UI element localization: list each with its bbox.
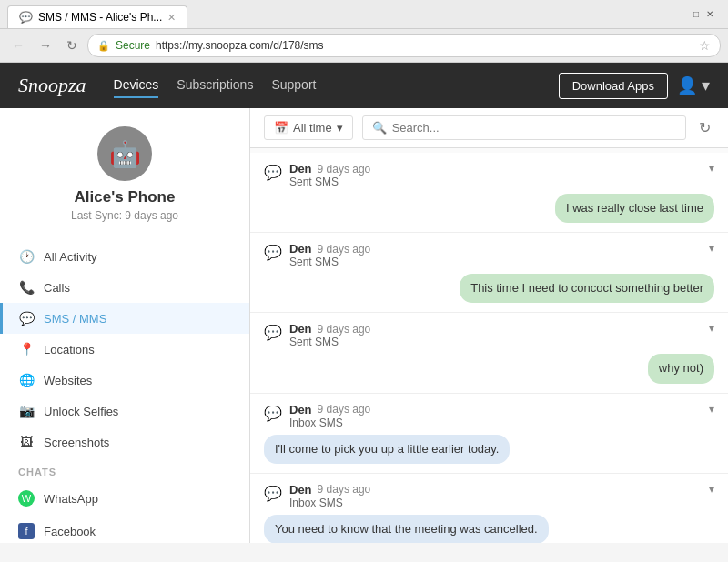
message-type-icon: 💬: [264, 485, 282, 502]
filter-button[interactable]: 📅 All time ▾: [264, 115, 353, 140]
logo: Snoopza: [18, 74, 86, 97]
sidebar-item-label: Unlock Selfies: [44, 405, 118, 418]
sidebar-item-whatsapp[interactable]: W WhatsApp: [0, 482, 249, 515]
nav-links: Devices Subscriptions Support: [114, 73, 317, 98]
minimize-button[interactable]: —: [677, 9, 686, 19]
nav-support[interactable]: Support: [271, 73, 316, 98]
message-time: 9 days ago: [318, 323, 371, 336]
calendar-icon: 📅: [274, 121, 288, 135]
message-meta: Den 9 days ago Inbox SMS: [289, 483, 702, 509]
bubble-row: This time I need to concoct something be…: [264, 274, 714, 303]
message-list: 💬 Den 9 days ago Sent SMS ▾ I was really…: [250, 148, 728, 543]
close-button[interactable]: ✕: [706, 9, 713, 19]
sidebar-item-facebook[interactable]: f Facebook: [0, 515, 249, 543]
sidebar-item-all-activity[interactable]: 🕐 All Activity: [0, 241, 249, 272]
facebook-icon: f: [18, 523, 35, 539]
bubble-row: I was really close last time: [264, 194, 714, 223]
chats-section-header: CHATS: [0, 457, 249, 482]
message-bubble: I was really close last time: [555, 194, 714, 223]
nav-subscriptions[interactable]: Subscriptions: [177, 73, 253, 98]
main-layout: 🤖 Alice's Phone Last Sync: 9 days ago 🕐 …: [0, 108, 728, 543]
forward-button[interactable]: →: [35, 36, 56, 55]
message-item: 💬 Den 9 days ago Sent SMS ▾ This time I …: [250, 233, 728, 313]
sidebar-item-screenshots[interactable]: 🖼 Screenshots: [0, 427, 249, 457]
nav-devices[interactable]: Devices: [114, 73, 159, 98]
message-dropdown-button[interactable]: ▾: [709, 162, 714, 175]
url-text: https://my.snoopza.com/d/178/sms: [156, 39, 324, 52]
message-header: 💬 Den 9 days ago Sent SMS ▾: [264, 322, 714, 348]
message-item: 💬 Den 9 days ago Inbox SMS ▾ I'll come t…: [250, 394, 728, 474]
address-bar: ← → ↻ 🔒 Secure https://my.snoopza.com/d/…: [0, 28, 728, 62]
message-item: 💬 Den 9 days ago Inbox SMS ▾ You need to…: [250, 474, 728, 543]
message-type: Sent SMS: [289, 256, 702, 268]
message-sender: Den: [289, 483, 312, 497]
message-item: 💬 Den 9 days ago Sent SMS ▾ I was really…: [250, 153, 728, 233]
download-apps-button[interactable]: Download Apps: [559, 73, 668, 99]
sidebar-item-unlock-selfies[interactable]: 📷 Unlock Selfies: [0, 396, 249, 427]
content-toolbar: 📅 All time ▾ 🔍 ↻: [250, 108, 728, 148]
refresh-nav-button[interactable]: ↻: [62, 36, 82, 55]
message-type-icon: 💬: [264, 405, 282, 422]
sidebar-item-websites[interactable]: 🌐 Websites: [0, 365, 249, 396]
message-dropdown-button[interactable]: ▾: [709, 322, 714, 335]
camera-icon: 📷: [18, 404, 35, 418]
message-type: Inbox SMS: [289, 497, 702, 509]
sidebar-item-locations[interactable]: 📍 Locations: [0, 334, 249, 365]
sidebar-item-label: WhatsApp: [44, 492, 98, 506]
sms-icon: 💬: [18, 311, 35, 326]
sidebar: 🤖 Alice's Phone Last Sync: 9 days ago 🕐 …: [0, 108, 250, 543]
refresh-button[interactable]: ↻: [695, 115, 714, 140]
search-input[interactable]: [392, 121, 676, 135]
sidebar-profile: 🤖 Alice's Phone Last Sync: 9 days ago: [0, 108, 249, 236]
message-meta: Den 9 days ago Inbox SMS: [289, 403, 702, 429]
filter-label: All time: [293, 121, 332, 135]
location-icon: 📍: [18, 342, 35, 356]
sidebar-item-label: Facebook: [44, 525, 96, 538]
message-sender: Den: [289, 322, 312, 336]
message-item: 💬 Den 9 days ago Sent SMS ▾ why not): [250, 313, 728, 393]
bubble-row: I'll come to pick you up a little earlie…: [264, 435, 714, 464]
message-bubble: This time I need to concoct something be…: [460, 274, 714, 303]
avatar-icon: 🤖: [109, 139, 141, 169]
avatar: 🤖: [97, 126, 152, 181]
message-time: 9 days ago: [318, 163, 371, 176]
browser-chrome: 💬 SMS / MMS - Alice's Ph... ✕ — □ ✕ ← → …: [0, 0, 728, 63]
message-header: 💬 Den 9 days ago Inbox SMS ▾: [264, 403, 714, 429]
message-time: 9 days ago: [318, 243, 371, 256]
message-dropdown-button[interactable]: ▾: [709, 483, 714, 496]
sidebar-item-label: SMS / MMS: [44, 312, 106, 326]
url-bar[interactable]: 🔒 Secure https://my.snoopza.com/d/178/sm…: [87, 34, 721, 57]
back-button[interactable]: ←: [7, 36, 29, 55]
profile-name: Alice's Phone: [9, 188, 240, 206]
tab-title: SMS / MMS - Alice's Ph...: [38, 11, 162, 24]
whatsapp-icon: W: [18, 490, 35, 507]
sidebar-item-label: Calls: [44, 281, 70, 295]
bookmark-icon[interactable]: ☆: [699, 38, 711, 53]
message-meta: Den 9 days ago Sent SMS: [289, 162, 702, 188]
bubble-row: why not): [264, 354, 714, 383]
active-tab[interactable]: 💬 SMS / MMS - Alice's Ph... ✕: [7, 5, 187, 28]
sidebar-item-label: Websites: [44, 374, 92, 387]
window-controls: — □ ✕: [677, 9, 721, 25]
message-sender: Den: [289, 242, 312, 256]
message-type: Inbox SMS: [289, 416, 702, 429]
message-time: 9 days ago: [318, 483, 371, 496]
navbar: Snoopza Devices Subscriptions Support Do…: [0, 63, 728, 108]
tab-icon: 💬: [19, 11, 33, 24]
message-sender: Den: [289, 162, 312, 176]
sidebar-item-label: All Activity: [44, 250, 97, 264]
sidebar-item-calls[interactable]: 📞 Calls: [0, 272, 249, 303]
maximize-button[interactable]: □: [693, 9, 699, 19]
message-header: 💬 Den 9 days ago Sent SMS ▾: [264, 162, 714, 188]
message-dropdown-button[interactable]: ▾: [709, 242, 714, 255]
message-dropdown-button[interactable]: ▾: [709, 403, 714, 416]
message-type-icon: 💬: [264, 164, 282, 181]
user-menu-button[interactable]: 👤 ▾: [677, 75, 710, 95]
message-meta: Den 9 days ago Sent SMS: [289, 322, 702, 348]
tab-close-button[interactable]: ✕: [167, 12, 176, 24]
secure-label: Secure: [116, 39, 150, 52]
search-icon: 🔍: [372, 121, 387, 135]
sidebar-item-label: Locations: [44, 343, 95, 356]
sidebar-menu: 🕐 All Activity 📞 Calls 💬 SMS / MMS 📍 Loc…: [0, 236, 249, 543]
sidebar-item-sms[interactable]: 💬 SMS / MMS: [0, 303, 249, 334]
